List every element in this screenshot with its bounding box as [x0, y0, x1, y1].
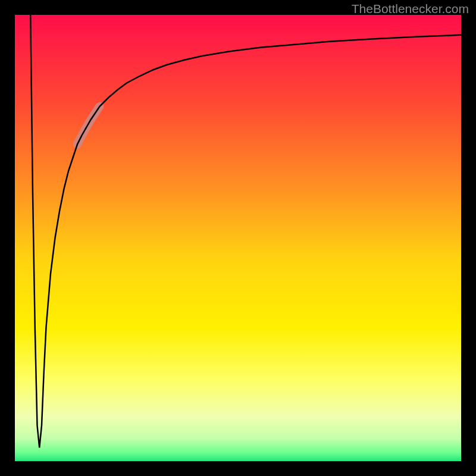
watermark-text: TheBottlenecker.com — [352, 2, 469, 16]
gradient-background — [15, 15, 461, 461]
chart-area — [15, 15, 461, 461]
chart-svg — [15, 15, 461, 461]
